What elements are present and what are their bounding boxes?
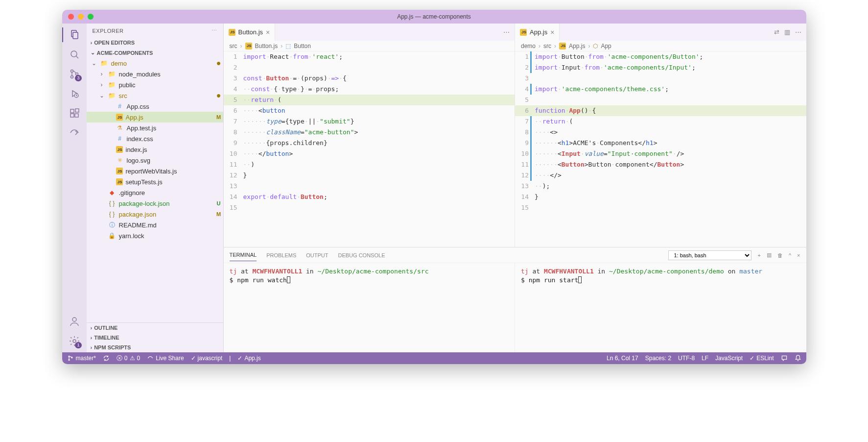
sidebar-more-icon[interactable]: ⋯ bbox=[211, 27, 217, 34]
tree-item-setuptests-js[interactable]: JSsetupTests.js bbox=[87, 176, 223, 187]
tree-item-reportwebvitals-js[interactable]: JSreportWebVitals.js bbox=[87, 166, 223, 176]
tree-item-index-js[interactable]: JSindex.js bbox=[87, 144, 223, 155]
tree-item-node-modules[interactable]: ›📁node_modules bbox=[87, 69, 223, 79]
debug-icon[interactable] bbox=[68, 87, 81, 100]
terminal-split: tj at MCWFHVANTOLL1 in ~/Desktop/acme-co… bbox=[224, 263, 806, 352]
tree-item-yarn-lock[interactable]: 🔒yarn.lock bbox=[87, 230, 223, 241]
search-icon[interactable] bbox=[68, 48, 81, 61]
sidebar: EXPLORER ⋯ ›OPEN EDITORS ⌄ACME-COMPONENT… bbox=[87, 24, 224, 352]
extensions-icon[interactable] bbox=[68, 107, 81, 120]
svg-point-4 bbox=[70, 70, 73, 73]
more-icon[interactable]: ⋯ bbox=[795, 28, 801, 36]
close-icon[interactable]: × bbox=[550, 28, 554, 36]
notifications-icon[interactable] bbox=[795, 355, 801, 362]
tab-app-js[interactable]: JSApp.js× bbox=[515, 24, 560, 41]
indentation-status[interactable]: Spaces: 2 bbox=[645, 355, 671, 362]
live-share-icon[interactable] bbox=[68, 126, 81, 139]
status-bar: master* ⓧ 0 ⚠ 0 Live Share ✓ javascript … bbox=[62, 352, 806, 364]
eol-status[interactable]: LF bbox=[702, 355, 708, 362]
svg-point-14 bbox=[73, 340, 76, 343]
tree-item-logo-svg[interactable]: ✳logo.svg bbox=[87, 155, 223, 166]
tree-item-app-css[interactable]: #App.css bbox=[87, 101, 223, 112]
panel-tabs: TERMINAL PROBLEMS OUTPUT DEBUG CONSOLE 1… bbox=[224, 247, 806, 263]
feedback-icon[interactable] bbox=[781, 355, 788, 362]
maximize-panel-icon[interactable]: ^ bbox=[789, 252, 791, 258]
npm-scripts-section[interactable]: ›NPM SCRIPTS bbox=[87, 343, 223, 352]
tree-item-readme-md[interactable]: ⓘREADME.md bbox=[87, 220, 223, 230]
outline-section[interactable]: ›OUTLINE bbox=[87, 323, 223, 333]
lang-status-1[interactable]: ✓ javascript bbox=[191, 355, 223, 362]
explorer-icon[interactable] bbox=[68, 28, 81, 41]
live-share-status[interactable]: Live Share bbox=[147, 355, 184, 362]
symbol-icon: ⬡ bbox=[593, 43, 598, 49]
debug-console-tab[interactable]: DEBUG CONSOLE bbox=[338, 249, 385, 261]
close-panel-icon[interactable]: × bbox=[797, 252, 800, 258]
tabs-2: JSApp.js× ⇄ ▥ ⋯ bbox=[515, 24, 806, 41]
timeline-section[interactable]: ›TIMELINE bbox=[87, 333, 223, 343]
svg-point-2 bbox=[71, 51, 77, 57]
svg-line-3 bbox=[76, 56, 78, 59]
tree-item-package-lock-json[interactable]: { }package-lock.jsonU bbox=[87, 198, 223, 209]
terminal-1[interactable]: tj at MCWFHVANTOLL1 in ~/Desktop/acme-co… bbox=[224, 263, 516, 352]
cursor-position[interactable]: Ln 6, Col 17 bbox=[607, 355, 638, 362]
file-tree: ⌄📁demo●›📁node_modules›📁public⌄📁src●#App.… bbox=[87, 58, 223, 322]
output-tab[interactable]: OUTPUT bbox=[306, 249, 328, 261]
branch-status[interactable]: master* bbox=[67, 355, 96, 362]
terminal-tab[interactable]: TERMINAL bbox=[230, 249, 257, 261]
editor-pane-2: JSApp.js× ⇄ ▥ ⋯ demo› src› JSApp.js› ⬡Ap… bbox=[515, 24, 806, 247]
new-terminal-icon[interactable]: + bbox=[757, 252, 760, 258]
minimize-window-icon[interactable] bbox=[78, 14, 84, 20]
tab-button-js[interactable]: JSButton.js× bbox=[224, 24, 276, 41]
terminal-selector[interactable]: 1: bash, bash bbox=[668, 250, 751, 260]
tabs-1: JSButton.js× ⋯ bbox=[224, 24, 515, 41]
account-icon[interactable] bbox=[68, 315, 81, 328]
tree-item-app-test-js[interactable]: ⚗App.test.js bbox=[87, 123, 223, 133]
source-control-icon[interactable]: 3 bbox=[68, 68, 81, 80]
settings-badge: 1 bbox=[75, 342, 81, 348]
project-section[interactable]: ⌄ACME-COMPONENTS bbox=[87, 48, 223, 58]
kill-terminal-icon[interactable]: 🗑 bbox=[777, 252, 783, 258]
problems-tab[interactable]: PROBLEMS bbox=[266, 249, 296, 261]
svg-rect-11 bbox=[75, 114, 78, 117]
tree-item-public[interactable]: ›📁public bbox=[87, 79, 223, 90]
problems-status[interactable]: ⓧ 0 ⚠ 0 bbox=[117, 354, 140, 363]
js-icon: JS bbox=[559, 43, 566, 49]
close-icon[interactable]: × bbox=[266, 28, 270, 36]
breadcrumb-2[interactable]: demo› src› JSApp.js› ⬡App bbox=[515, 41, 806, 51]
tree-item-src[interactable]: ⌄📁src● bbox=[87, 90, 223, 101]
maximize-window-icon[interactable] bbox=[88, 14, 94, 20]
terminal-2[interactable]: tj at MCWFHVANTOLL1 in ~/Desktop/acme-co… bbox=[515, 263, 806, 352]
language-mode[interactable]: JavaScript bbox=[715, 355, 743, 362]
svg-rect-10 bbox=[70, 114, 74, 117]
more-icon[interactable]: ⋯ bbox=[503, 28, 510, 36]
window-title: App.js — acme-components bbox=[397, 13, 471, 20]
js-icon: JS bbox=[229, 29, 235, 36]
open-editors-section[interactable]: ›OPEN EDITORS bbox=[87, 38, 223, 48]
js-icon: JS bbox=[245, 43, 252, 49]
breadcrumb-1[interactable]: src› JSButton.js› ⬚Button bbox=[224, 41, 515, 51]
scm-badge: 3 bbox=[75, 75, 81, 81]
editor-split: JSButton.js× ⋯ src› JSButton.js› ⬚Button… bbox=[224, 24, 806, 247]
svg-point-15 bbox=[68, 356, 69, 357]
tree-item-demo[interactable]: ⌄📁demo● bbox=[87, 58, 223, 69]
tree-item--gitignore[interactable]: ◆.gitignore bbox=[87, 187, 223, 198]
split-terminal-icon[interactable]: ▥ bbox=[767, 252, 772, 258]
code-editor-2[interactable]: 1import·Button·from·'acme-components/But… bbox=[515, 51, 806, 247]
svg-point-13 bbox=[72, 318, 76, 321]
tree-item-index-css[interactable]: #index.css bbox=[87, 133, 223, 144]
svg-point-5 bbox=[70, 76, 73, 78]
sync-status[interactable] bbox=[103, 355, 110, 362]
eslint-status[interactable]: ✓ ESLint bbox=[750, 355, 774, 362]
close-window-icon[interactable] bbox=[68, 14, 74, 20]
tree-item-package-json[interactable]: { }package.jsonM bbox=[87, 209, 223, 220]
tree-item-app-js[interactable]: JSApp.jsM bbox=[87, 112, 223, 123]
encoding-status[interactable]: UTF-8 bbox=[678, 355, 695, 362]
lang-status-2[interactable]: ✓ App.js bbox=[237, 355, 260, 362]
settings-icon[interactable]: 1 bbox=[68, 335, 81, 347]
split-editor-icon[interactable]: ▥ bbox=[784, 28, 790, 36]
code-editor-1[interactable]: 1import·React·from·'react';23const·Butto… bbox=[224, 51, 515, 247]
window-controls bbox=[68, 14, 94, 20]
bottom-panel: TERMINAL PROBLEMS OUTPUT DEBUG CONSOLE 1… bbox=[224, 247, 806, 352]
compare-icon[interactable]: ⇄ bbox=[774, 28, 779, 36]
sidebar-title: EXPLORER bbox=[93, 28, 124, 34]
